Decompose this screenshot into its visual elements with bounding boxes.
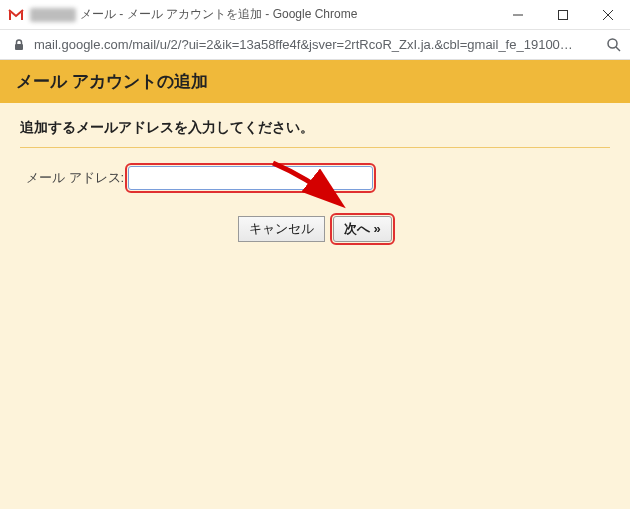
minimize-button[interactable] [495,0,540,30]
next-button[interactable]: 次へ » [333,216,392,242]
cancel-button[interactable]: キャンセル [238,216,325,242]
instruction-text: 追加するメールアドレスを入力してください。 [20,115,610,147]
blurred-account-name [30,8,76,22]
svg-line-6 [616,47,620,51]
svg-rect-1 [558,10,567,19]
svg-rect-4 [15,44,23,50]
gmail-icon [8,7,24,23]
email-label: メール アドレス: [26,169,124,187]
email-row: メール アドレス: [20,166,610,190]
page-title: メール アカウントの追加 [16,72,208,91]
zoom-icon[interactable] [606,37,622,53]
close-button[interactable] [585,0,630,30]
svg-point-5 [608,39,617,48]
maximize-button[interactable] [540,0,585,30]
button-row: キャンセル 次へ » [20,216,610,242]
email-input[interactable] [128,166,373,190]
window-title: メール - メール アカウントを追加 - Google Chrome [80,6,357,23]
window-titlebar: メール - メール アカウントを追加 - Google Chrome [0,0,630,30]
separator [20,147,610,148]
lock-icon [12,38,26,52]
url-bar: mail.google.com/mail/u/2/?ui=2&ik=13a58f… [0,30,630,60]
page-body: メール アカウントの追加 追加するメールアドレスを入力してください。 メール ア… [0,60,630,509]
url-text[interactable]: mail.google.com/mail/u/2/?ui=2&ik=13a58f… [34,37,598,52]
page-title-banner: メール アカウントの追加 [0,60,630,103]
